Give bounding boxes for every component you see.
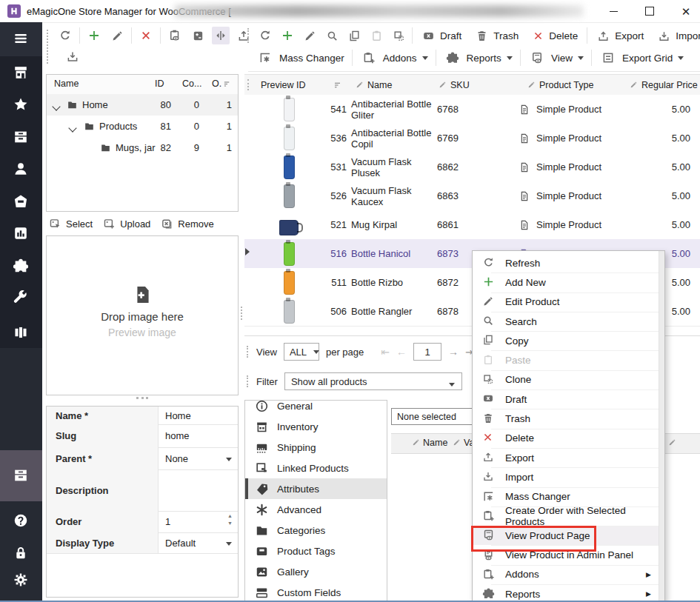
sidebar-item-security[interactable] [13, 545, 29, 561]
menu-scrollbar[interactable] [659, 251, 664, 601]
menu-item-add-new[interactable]: Add New [473, 272, 659, 292]
import-categories-icon[interactable] [64, 47, 81, 65]
col-id[interactable]: ID [296, 75, 306, 95]
delete-button[interactable]: Delete [527, 27, 582, 44]
upload-image-button[interactable]: Upload [103, 218, 150, 230]
paste-icon[interactable] [367, 27, 385, 44]
chevron-down-icon[interactable] [52, 102, 60, 110]
tree-node-label[interactable]: Home [82, 99, 108, 110]
product-row[interactable]: 526 Vacuum Flask Kaucex 6863 Simple Prod… [244, 181, 700, 211]
menu-item-create-order[interactable]: Create Order with Selected Products [473, 506, 659, 526]
reports-dropdown[interactable]: Reports [444, 49, 513, 67]
sidebar-item-products[interactable] [13, 129, 29, 145]
tree-row-mugs-jar[interactable]: Mugs, jar 82 9 1 [47, 137, 238, 158]
splitter-handle[interactable] [241, 307, 244, 320]
col-product-type[interactable]: Product Type [527, 75, 593, 95]
menu-item-copy[interactable]: Copy [473, 331, 659, 350]
col-name[interactable]: Name [356, 75, 392, 95]
stepper-arrows-icon[interactable]: ▲▼ [227, 512, 233, 527]
view-dropdown[interactable]: View [528, 49, 584, 67]
tree-col-id[interactable]: ID [155, 78, 164, 89]
menu-item-delete[interactable]: Delete [473, 429, 659, 448]
product-row[interactable]: 536 Antibacterial Bottle Copil 6769 Simp… [244, 124, 700, 153]
addons-dropdown[interactable]: Addons [360, 49, 428, 67]
search-icon[interactable] [323, 27, 341, 44]
tree-col-name[interactable]: Name [54, 78, 79, 89]
product-row[interactable]: 531 Vacuum Flask Plusek 6862 Simple Prod… [244, 153, 700, 182]
menu-item-edit-product[interactable]: Edit Product [473, 292, 659, 312]
sidebar-item-orders[interactable] [13, 193, 29, 210]
sidebar-item-addons[interactable] [13, 258, 29, 274]
splitter-handle[interactable] [136, 397, 148, 399]
tab-attributes[interactable]: Attributes [245, 478, 387, 499]
first-page-icon[interactable]: ⇤ [381, 346, 390, 358]
tab-inventory[interactable]: Inventory [245, 416, 387, 437]
edit-category-icon[interactable] [108, 27, 126, 44]
tree-col-count[interactable]: Co... [182, 78, 201, 89]
menu-item-import[interactable]: Import [473, 467, 659, 486]
minimize-button[interactable] [597, 0, 630, 22]
mass-changer-button[interactable]: Mass Changer [256, 49, 344, 67]
select-image-button[interactable]: Select [49, 218, 93, 230]
export-button[interactable]: Export [592, 27, 648, 44]
col-preview[interactable]: Preview [261, 75, 293, 95]
product-row[interactable]: 541 Antibacterial Bottle Gliter 6768 Sim… [244, 95, 700, 124]
sidebar-item-store-manager[interactable] [0, 450, 42, 501]
sidebar-item-customers[interactable] [13, 161, 29, 177]
split-view-icon[interactable] [212, 27, 230, 44]
remove-image-button[interactable]: Remove [161, 218, 213, 230]
add-category-icon[interactable] [85, 27, 103, 44]
edit-product-icon[interactable] [301, 27, 319, 44]
image-drop-zone[interactable]: Drop image here Preview image [46, 235, 239, 395]
menu-item-addons[interactable]: Addons▶ [473, 565, 659, 584]
col-regular-price[interactable]: Regular Price [630, 75, 698, 95]
menu-item-trash[interactable]: Trash [473, 409, 659, 428]
drag-handle[interactable] [247, 346, 250, 358]
sort-desc-icon[interactable] [333, 75, 342, 95]
sidebar-item-help[interactable] [13, 512, 29, 529]
next-page-icon[interactable]: → [448, 346, 459, 358]
preview-clipboard-icon[interactable] [166, 27, 184, 44]
tree-row-products[interactable]: Products 81 0 1 [47, 116, 238, 137]
name-field[interactable]: Home [159, 407, 238, 424]
parent-select[interactable]: None [159, 447, 238, 469]
col-sku[interactable]: SKU [439, 75, 470, 95]
export-grid-dropdown[interactable]: Export Grid [599, 49, 684, 67]
grid-drag-handle[interactable] [247, 79, 250, 90]
trash-button[interactable]: Trash [470, 27, 523, 44]
delete-category-icon[interactable] [137, 27, 155, 44]
refresh-icon[interactable] [256, 27, 274, 44]
toolbar-drag-handle[interactable] [47, 30, 50, 64]
tab-general[interactable]: General [245, 400, 387, 416]
menu-item-draft[interactable]: Draft [473, 389, 659, 409]
image-adjust-icon[interactable] [189, 27, 207, 44]
chevron-down-icon[interactable] [68, 124, 76, 132]
drag-handle[interactable] [247, 375, 250, 387]
copy-icon[interactable] [345, 27, 363, 44]
page-number-input[interactable]: 1 [413, 343, 441, 361]
tree-col-order[interactable]: O. [212, 78, 221, 89]
page-size-select[interactable]: ALL [284, 343, 319, 361]
menu-item-mass-changer[interactable]: Mass Changer [473, 487, 659, 506]
description-field[interactable] [159, 469, 238, 511]
toolbar-drag-handle[interactable] [247, 28, 250, 43]
tree-row-home[interactable]: Home 80 0 1 [47, 94, 238, 116]
prev-page-icon[interactable]: ← [396, 346, 407, 358]
tab-gallery[interactable]: Gallery [245, 561, 387, 582]
attr-col-name[interactable]: Name [423, 438, 447, 448]
sidebar-item-tools[interactable] [13, 290, 29, 307]
sidebar-item-store[interactable] [13, 64, 29, 81]
tab-linked-products[interactable]: Linked Products [245, 458, 387, 478]
draft-button[interactable]: Draft [417, 27, 466, 44]
tab-product-tags[interactable]: Product Tags [245, 541, 387, 561]
order-stepper[interactable]: 1 ▲▼ [159, 511, 238, 532]
hamburger-menu-icon[interactable] [13, 30, 29, 47]
tree-node-label[interactable]: Products [99, 121, 137, 132]
clone-icon[interactable] [390, 27, 407, 44]
menu-item-clone[interactable]: Clone [473, 370, 659, 389]
import-button[interactable]: Import [653, 27, 700, 44]
sidebar-item-settings[interactable] [13, 572, 29, 588]
tab-advanced[interactable]: Advanced [245, 499, 387, 520]
menu-item-export[interactable]: Export [473, 448, 659, 467]
menu-item-search[interactable]: Search [473, 312, 659, 331]
